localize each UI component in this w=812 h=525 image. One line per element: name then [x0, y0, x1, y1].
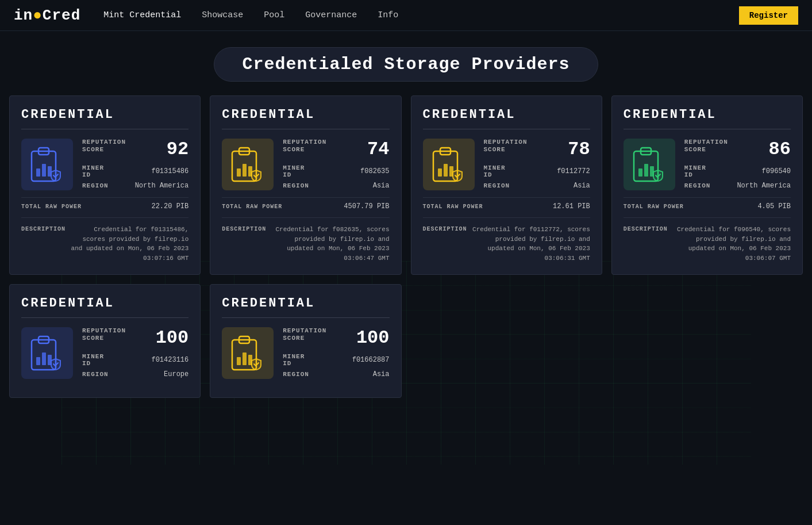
card-title: CREDENTIAL: [222, 296, 389, 311]
cards-grid-top: CREDENTIAL REPUTATIONSCORE 92: [9, 95, 803, 275]
svg-rect-10: [243, 164, 247, 177]
desc-label: DESCRIPTION: [624, 225, 668, 263]
reputation-score: 92: [167, 139, 188, 160]
card-title: CREDENTIAL: [21, 296, 188, 311]
card-top-section: REPUTATIONSCORE 100 MINERID f01423116 RE…: [21, 327, 188, 379]
credential-icon: [222, 139, 274, 190]
credential-card: CREDENTIAL REPUTATIONSCORE 86: [611, 95, 803, 275]
miner-id: f082635: [360, 167, 389, 175]
empty-col-2: [611, 284, 803, 398]
card-top-section: REPUTATIONSCORE 78 MINERID f0112772 REGI…: [423, 139, 590, 190]
miner-id: f01315486: [151, 167, 188, 175]
desc-label: DESCRIPTION: [222, 225, 266, 263]
credential-icon: [21, 327, 73, 379]
card-title: CREDENTIAL: [423, 108, 590, 122]
reputation-label: REPUTATIONSCORE: [283, 139, 326, 154]
svg-rect-28: [42, 352, 46, 365]
power-row: TOTAL RAW POWER 12.61 PIB: [423, 197, 590, 215]
power-label: TOTAL RAW POWER: [624, 204, 684, 210]
power-label: TOTAL RAW POWER: [222, 204, 282, 210]
nav-governance[interactable]: Governance: [305, 10, 357, 20]
credential-card: CREDENTIAL REPUTATIONSCORE 74: [210, 95, 401, 275]
miner-label: MINERID: [283, 353, 305, 367]
card-divider: [222, 129, 389, 129]
nav-info[interactable]: Info: [378, 10, 398, 20]
reputation-score: 74: [367, 139, 389, 160]
desc-text: Credential for f082635, scores provided …: [271, 225, 389, 263]
register-button[interactable]: Register: [739, 6, 798, 25]
svg-rect-30: [222, 327, 274, 379]
credential-icon: [624, 139, 675, 190]
card-info: REPUTATIONSCORE 74 MINERID f082635 REGIO…: [283, 139, 389, 190]
card-top-section: REPUTATIONSCORE 100 MINERID f01662887 RE…: [222, 327, 389, 379]
page-content: Credentialed Storage Providers CREDENTIA…: [0, 31, 812, 421]
region-value: North America: [135, 182, 189, 190]
svg-rect-0: [21, 139, 73, 190]
card-title: CREDENTIAL: [624, 108, 791, 122]
credential-card: CREDENTIAL REPUTATIONSCORE 100: [210, 284, 401, 398]
svg-rect-6: [222, 139, 274, 190]
nav-links: Mint Credential Showcase Pool Governance…: [103, 10, 739, 20]
reputation-score: 78: [568, 139, 590, 160]
region-label: REGION: [684, 182, 711, 189]
nav-mint-credential[interactable]: Mint Credential: [103, 10, 181, 20]
reputation-label: REPUTATIONSCORE: [82, 327, 126, 342]
page-title-box: Credentialed Storage Providers: [214, 47, 598, 82]
desc-text: Credential for f0112772, scores provided…: [472, 225, 590, 263]
credential-card: CREDENTIAL REPUTATIONSCORE 100: [9, 284, 201, 398]
card-info: REPUTATIONSCORE 100 MINERID f01662887 RE…: [283, 327, 389, 378]
reputation-score: 100: [356, 327, 390, 348]
desc-row: DESCRIPTION Credential for f082635, scor…: [222, 225, 389, 263]
logo-dot: ●: [33, 7, 43, 24]
card-info: REPUTATIONSCORE 92 MINERID f01315486 REG…: [82, 139, 188, 190]
region-value: North America: [737, 182, 791, 190]
miner-label: MINERID: [484, 164, 506, 178]
empty-col-1: [411, 284, 602, 398]
card-title: CREDENTIAL: [21, 108, 188, 122]
svg-rect-33: [237, 357, 241, 365]
miner-id: f01423116: [151, 356, 188, 364]
region-value: Asia: [373, 370, 390, 378]
credential-card: CREDENTIAL REPUTATIONSCORE 92: [9, 95, 201, 275]
svg-rect-4: [42, 164, 46, 177]
desc-row: DESCRIPTION Credential for f0112772, sco…: [423, 225, 590, 263]
power-value: 12.61 PIB: [553, 202, 590, 210]
nav-showcase[interactable]: Showcase: [202, 10, 243, 20]
svg-rect-12: [423, 139, 475, 190]
reputation-score: 100: [156, 327, 189, 348]
region-label: REGION: [82, 182, 109, 189]
card-top-section: REPUTATIONSCORE 86 MINERID f096540 REGIO…: [624, 139, 791, 190]
nav-pool[interactable]: Pool: [264, 10, 284, 20]
svg-rect-18: [624, 139, 675, 190]
power-row: TOTAL RAW POWER 4507.79 PIB: [222, 197, 389, 215]
navbar: in●Cred Mint Credential Showcase Pool Go…: [0, 0, 812, 31]
credential-icon: [21, 139, 73, 190]
power-value: 22.20 PIB: [151, 202, 188, 210]
page-title-wrapper: Credentialed Storage Providers: [9, 31, 803, 95]
description-section: DESCRIPTION Credential for f096540, scor…: [624, 217, 791, 263]
svg-rect-16: [444, 164, 448, 177]
description-section: DESCRIPTION Credential for f0112772, sco…: [423, 217, 590, 263]
page-title: Credentialed Storage Providers: [242, 55, 569, 74]
svg-rect-9: [237, 168, 241, 177]
reputation-label: REPUTATIONSCORE: [684, 139, 728, 154]
reputation-label: REPUTATIONSCORE: [82, 139, 126, 154]
svg-rect-15: [438, 168, 442, 177]
power-row: TOTAL RAW POWER 4.05 PIB: [624, 197, 791, 215]
power-label: TOTAL RAW POWER: [21, 204, 82, 210]
description-section: DESCRIPTION Credential for f082635, scor…: [222, 217, 389, 263]
credential-icon: [222, 327, 274, 379]
desc-row: DESCRIPTION Credential for f01315486, sc…: [21, 225, 188, 263]
logo[interactable]: in●Cred: [14, 7, 80, 24]
credential-icon: [423, 139, 475, 190]
card-info: REPUTATIONSCORE 86 MINERID f096540 REGIO…: [684, 139, 791, 190]
desc-text: Credential for f01315486, scores provide…: [70, 225, 188, 263]
card-divider: [21, 317, 188, 318]
miner-label: MINERID: [283, 164, 305, 178]
card-title: CREDENTIAL: [222, 108, 389, 122]
svg-rect-3: [36, 168, 40, 177]
svg-rect-34: [243, 352, 247, 365]
card-info: REPUTATIONSCORE 78 MINERID f0112772 REGI…: [484, 139, 590, 190]
region-label: REGION: [484, 182, 510, 189]
reputation-score: 86: [769, 139, 791, 160]
